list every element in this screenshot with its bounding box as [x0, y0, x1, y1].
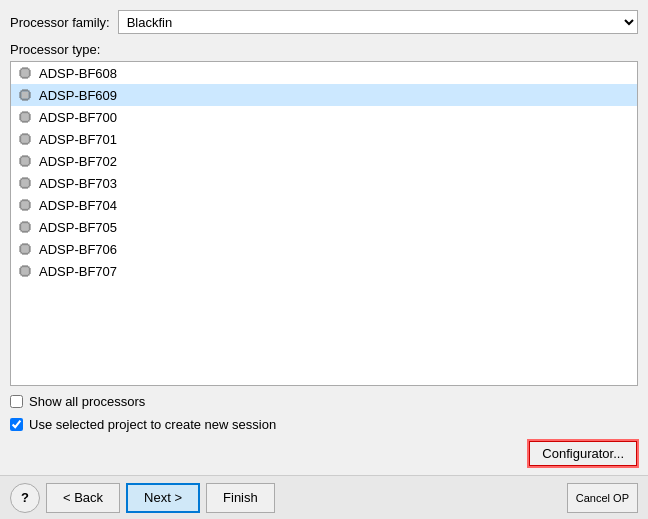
- svg-rect-57: [22, 158, 28, 164]
- list-item-text: ADSP-BF704: [39, 198, 117, 213]
- list-item-text: ADSP-BF700: [39, 110, 117, 125]
- processor-type-list-container: ADSP-BF608 ADSP-BF609: [10, 61, 638, 386]
- list-item[interactable]: ADSP-BF701: [11, 128, 637, 150]
- chip-icon: [17, 87, 33, 103]
- cancel-button[interactable]: Cancel OP: [567, 483, 638, 513]
- processor-family-label: Processor family:: [10, 15, 110, 30]
- list-item-text: ADSP-BF701: [39, 132, 117, 147]
- chip-icon: [17, 241, 33, 257]
- list-item[interactable]: ADSP-BF609: [11, 84, 637, 106]
- list-item-text: ADSP-BF706: [39, 242, 117, 257]
- list-item[interactable]: ADSP-BF608: [11, 62, 637, 84]
- svg-rect-127: [22, 268, 28, 274]
- list-item[interactable]: ADSP-BF700: [11, 106, 637, 128]
- svg-rect-99: [22, 224, 28, 230]
- svg-rect-29: [22, 114, 28, 120]
- chip-icon: [17, 131, 33, 147]
- show-all-processors-row: Show all processors: [10, 394, 638, 413]
- configurator-button[interactable]: Configurator...: [528, 440, 638, 467]
- show-all-processors-label[interactable]: Show all processors: [10, 394, 638, 409]
- use-selected-project-label[interactable]: Use selected project to create new sessi…: [10, 417, 638, 432]
- use-selected-project-row: Use selected project to create new sessi…: [10, 417, 638, 436]
- svg-rect-43: [22, 136, 28, 142]
- chip-icon: [17, 65, 33, 81]
- svg-rect-15: [22, 92, 28, 98]
- chip-icon: [17, 109, 33, 125]
- svg-rect-85: [22, 202, 28, 208]
- list-item-text: ADSP-BF705: [39, 220, 117, 235]
- svg-rect-71: [22, 180, 28, 186]
- list-item-text: ADSP-BF609: [39, 88, 117, 103]
- bottom-bar: ? < Back Next > Finish Cancel OP: [0, 475, 648, 519]
- chip-icon: [17, 219, 33, 235]
- chip-icon: [17, 197, 33, 213]
- processor-family-select[interactable]: Blackfin SHARC TigerSHARC: [118, 10, 638, 34]
- svg-rect-1: [22, 70, 28, 76]
- next-button[interactable]: Next >: [126, 483, 200, 513]
- svg-rect-113: [22, 246, 28, 252]
- finish-button[interactable]: Finish: [206, 483, 275, 513]
- list-item[interactable]: ADSP-BF707: [11, 260, 637, 282]
- list-item-text: ADSP-BF703: [39, 176, 117, 191]
- use-selected-project-text: Use selected project to create new sessi…: [29, 417, 276, 432]
- processor-family-select-wrapper: Blackfin SHARC TigerSHARC: [118, 10, 638, 34]
- chip-icon: [17, 153, 33, 169]
- list-item-text: ADSP-BF702: [39, 154, 117, 169]
- list-item[interactable]: ADSP-BF705: [11, 216, 637, 238]
- list-item[interactable]: ADSP-BF704: [11, 194, 637, 216]
- show-all-processors-text: Show all processors: [29, 394, 145, 409]
- processor-type-list[interactable]: ADSP-BF608 ADSP-BF609: [11, 62, 637, 385]
- list-item[interactable]: ADSP-BF702: [11, 150, 637, 172]
- back-button[interactable]: < Back: [46, 483, 120, 513]
- use-selected-project-checkbox[interactable]: [10, 418, 23, 431]
- show-all-processors-checkbox[interactable]: [10, 395, 23, 408]
- dialog: Processor family: Blackfin SHARC TigerSH…: [0, 0, 648, 519]
- help-button[interactable]: ?: [10, 483, 40, 513]
- chip-icon: [17, 263, 33, 279]
- list-item[interactable]: ADSP-BF706: [11, 238, 637, 260]
- list-item-text: ADSP-BF707: [39, 264, 117, 279]
- list-item[interactable]: ADSP-BF703: [11, 172, 637, 194]
- list-item-text: ADSP-BF608: [39, 66, 117, 81]
- processor-type-label: Processor type:: [10, 42, 638, 57]
- configurator-row: Configurator...: [10, 440, 638, 467]
- processor-family-row: Processor family: Blackfin SHARC TigerSH…: [10, 10, 638, 34]
- chip-icon: [17, 175, 33, 191]
